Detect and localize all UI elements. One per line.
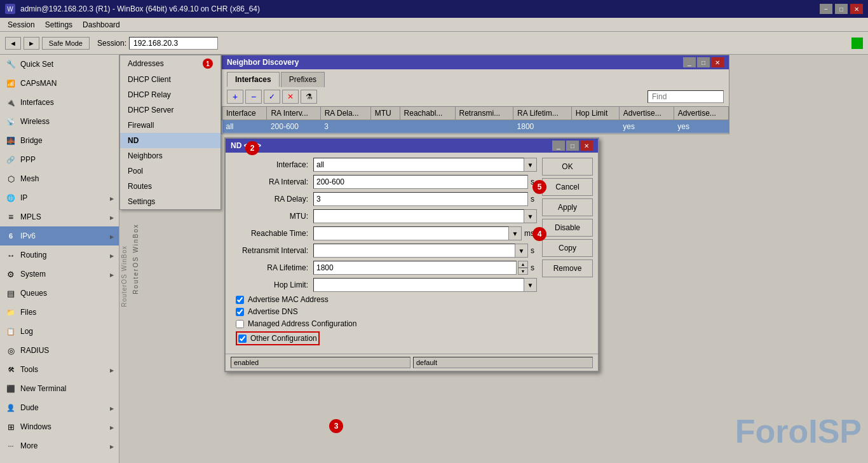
submenu-dhcp-server[interactable]: DHCP Server	[120, 102, 220, 118]
nd-window-minimize[interactable]: _	[683, 57, 696, 67]
find-input[interactable]	[648, 90, 724, 103]
sidebar-item-more[interactable]: More	[0, 436, 119, 455]
close-button[interactable]: ✕	[850, 4, 863, 14]
minimize-button[interactable]: −	[820, 4, 832, 14]
adv-mac-label: Advertise MAC Address	[248, 295, 329, 304]
other-config-checkbox[interactable]	[238, 335, 247, 343]
cancel-button[interactable]: Cancel	[542, 178, 593, 196]
sidebar-item-queues[interactable]: Queues	[0, 284, 119, 303]
tab-interfaces[interactable]: Interfaces	[227, 72, 280, 87]
sidebar-item-tools[interactable]: Tools	[0, 360, 119, 379]
sidebar-item-radius[interactable]: RADIUS	[0, 341, 119, 360]
sidebar-item-wireless[interactable]: Wireless	[0, 112, 119, 131]
ra-interval-input[interactable]	[313, 175, 528, 189]
maximize-button[interactable]: □	[835, 4, 848, 14]
main-layout: Quick Set CAPsMAN 🔌 Interfaces Wireless …	[0, 55, 868, 463]
sidebar-item-dude[interactable]: Dude	[0, 398, 119, 417]
ra-lifetime-input[interactable]	[313, 261, 517, 275]
ok-button[interactable]: OK	[542, 158, 593, 176]
managed-address-checkbox[interactable]	[236, 320, 244, 328]
apply-button[interactable]: Apply	[542, 198, 593, 216]
sidebar-item-interfaces[interactable]: 🔌 Interfaces	[0, 93, 119, 112]
toolbar: ◄ ► Safe Mode Session:	[0, 32, 868, 55]
nd-dialog-close[interactable]: ✕	[580, 141, 593, 151]
reachable-time-dropdown-btn[interactable]: ▼	[509, 226, 522, 240]
dude-icon	[5, 402, 17, 413]
adv-mac-row: Advertise MAC Address	[236, 295, 537, 304]
table-row[interactable]: all 200-600 3 1800 yes yes	[222, 120, 729, 134]
submenu-firewall[interactable]: Firewall	[120, 118, 220, 133]
menu-session[interactable]: Session	[3, 19, 40, 31]
nd-dialog-maximize[interactable]: □	[566, 141, 579, 151]
nd-window-title: Neighbor Discovery _ □ ✕	[222, 55, 729, 69]
reachable-time-label: Reachable Time:	[231, 229, 313, 238]
hop-limit-input[interactable]	[313, 278, 524, 292]
submenu-neighbors[interactable]: Neighbors	[120, 148, 220, 163]
copy-button[interactable]: Copy	[542, 239, 593, 257]
mtu-field: ▼	[313, 209, 537, 223]
col-adv-mac: Advertise...	[619, 107, 674, 120]
submenu-nd[interactable]: ND	[120, 133, 220, 148]
col-interface: Interface	[222, 107, 267, 120]
adv-dns-checkbox[interactable]	[236, 308, 244, 316]
adv-mac-checkbox[interactable]	[236, 296, 244, 304]
reachable-time-input[interactable]	[313, 226, 509, 240]
sidebar-item-ipv6[interactable]: 6 IPv6	[0, 226, 119, 245]
forward-button[interactable]: ►	[24, 37, 39, 50]
sidebar-item-ip[interactable]: IP	[0, 188, 119, 207]
sidebar-item-ppp[interactable]: PPP	[0, 150, 119, 169]
submenu-dhcp-relay[interactable]: DHCP Relay	[120, 87, 220, 102]
more-icon	[5, 440, 17, 452]
sidebar-label-log: Log	[20, 327, 114, 336]
sidebar-item-files[interactable]: Files	[0, 303, 119, 322]
submenu-dhcp-client[interactable]: DHCP Client	[120, 72, 220, 87]
table-container: Interface RA Interv... RA Dela... MTU Re…	[222, 106, 729, 134]
sidebar-item-mpls[interactable]: MPLS	[0, 207, 119, 226]
confirm-button[interactable]: ✓	[264, 90, 280, 104]
submenu-addresses[interactable]: Addresses 1	[120, 55, 220, 72]
tools-icon	[5, 364, 17, 375]
nd-form: Interface: ▼ RA Interval: s	[231, 158, 537, 349]
back-button[interactable]: ◄	[5, 37, 21, 50]
nd-window-close[interactable]: ✕	[711, 57, 724, 67]
retransmit-interval-input[interactable]	[313, 244, 515, 258]
ra-delay-input[interactable]	[313, 192, 528, 206]
add-button[interactable]: +	[227, 90, 243, 104]
tab-prefixes[interactable]: Prefixes	[281, 72, 325, 87]
default-field[interactable]	[413, 357, 593, 368]
menu-dashboard[interactable]: Dashboard	[78, 19, 125, 31]
mtu-input[interactable]	[313, 209, 524, 223]
submenu-settings[interactable]: Settings	[120, 194, 220, 209]
routing-arrow	[110, 251, 114, 259]
disable-button[interactable]: Disable	[542, 219, 593, 237]
interface-input[interactable]	[313, 158, 524, 172]
filter-button[interactable]: ⚗	[301, 90, 317, 104]
sidebar-item-bridge[interactable]: 🌉 Bridge	[0, 131, 119, 150]
mtu-dropdown-btn[interactable]: ▼	[524, 209, 537, 223]
row-adv-dns: yes	[674, 120, 728, 134]
remove-button[interactable]: −	[245, 90, 262, 104]
sidebar-item-quickset[interactable]: Quick Set	[0, 55, 119, 74]
hop-limit-dropdown-btn[interactable]: ▼	[524, 278, 537, 292]
sidebar-item-system[interactable]: System	[0, 265, 119, 284]
retransmit-interval-dropdown-btn[interactable]: ▼	[515, 244, 528, 258]
interface-dropdown-btn[interactable]: ▼	[524, 158, 537, 172]
session-input[interactable]	[129, 37, 218, 50]
safe-mode-button[interactable]: Safe Mode	[42, 37, 90, 50]
sidebar-item-windows[interactable]: Windows	[0, 417, 119, 436]
remove-button[interactable]: Remove	[542, 259, 593, 277]
sidebar-item-log[interactable]: Log	[0, 322, 119, 341]
sidebar-item-new-terminal[interactable]: New Terminal	[0, 379, 119, 398]
ra-lifetime-up-btn[interactable]: ▲	[518, 261, 528, 268]
nd-dialog-minimize[interactable]: _	[552, 141, 565, 151]
submenu-pool[interactable]: Pool	[120, 163, 220, 179]
menu-settings[interactable]: Settings	[40, 19, 78, 31]
sidebar-item-mesh[interactable]: Mesh	[0, 169, 119, 188]
nd-window-maximize[interactable]: □	[697, 57, 710, 67]
submenu-routes[interactable]: Routes	[120, 179, 220, 194]
sidebar-item-routing[interactable]: Routing	[0, 245, 119, 265]
ra-lifetime-down-btn[interactable]: ▼	[518, 268, 528, 275]
sidebar-item-capsman[interactable]: CAPsMAN	[0, 74, 119, 93]
cancel-button[interactable]: ✕	[282, 90, 299, 104]
status-field[interactable]	[231, 357, 410, 368]
